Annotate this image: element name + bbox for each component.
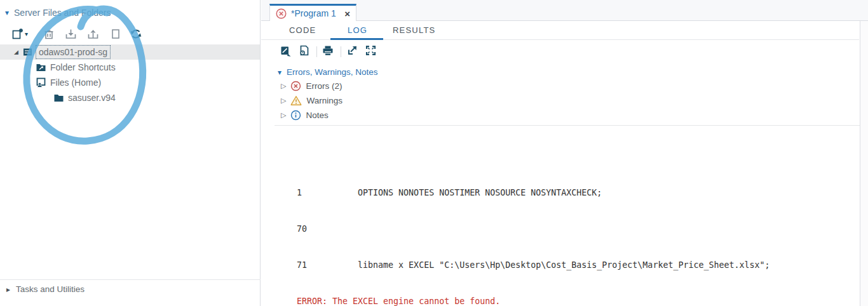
warning-icon [290, 95, 302, 106]
expand-caret-icon[interactable]: ▸ [6, 286, 10, 293]
collapse-caret-icon[interactable]: ▾ [5, 9, 9, 17]
download-button[interactable] [65, 28, 77, 40]
log-divider [275, 125, 860, 126]
folder-icon [53, 93, 64, 103]
warnings-group[interactable]: ▷ Warnings [261, 93, 868, 108]
save-log-button[interactable] [280, 44, 292, 60]
tab-results[interactable]: RESULTS [393, 21, 435, 40]
sas-studio-window: ▾ Server Files and Folders ▾ [0, 0, 868, 306]
tree-label-sasuser[interactable]: sasuser.v94 [68, 93, 116, 103]
files-home-icon [36, 77, 46, 88]
folder-shortcut-button[interactable] [111, 28, 121, 40]
download-icon[interactable] [65, 28, 77, 40]
upload-icon[interactable] [87, 28, 99, 40]
print-icon[interactable] [322, 44, 334, 57]
tab-log[interactable]: LOG [348, 21, 367, 40]
delete-button[interactable] [43, 28, 55, 40]
tab-error-status-icon [276, 8, 287, 19]
tab-program-1[interactable]: *Program 1 × [269, 4, 356, 21]
collapse-caret-icon[interactable]: ▾ [278, 69, 281, 76]
toolbar-separator [341, 46, 341, 57]
open-new-window-icon[interactable] [346, 44, 358, 57]
tree-label-server[interactable]: odaws01-prod-sg [36, 45, 111, 59]
warnings-label: Warnings [306, 96, 342, 105]
notes-group[interactable]: ▷ Notes [261, 108, 868, 123]
tab-title[interactable]: *Program 1 [291, 8, 336, 18]
document-icon[interactable] [111, 28, 121, 40]
section-server-files-header[interactable]: ▾ Server Files and Folders [5, 8, 111, 18]
error-icon [290, 81, 301, 91]
tab-code[interactable]: CODE [289, 21, 316, 40]
maximize-view-button[interactable] [365, 44, 377, 59]
toolbar-separator [316, 46, 317, 57]
tree-expanded-icon[interactable]: ◢ [14, 50, 18, 55]
ewn-header[interactable]: ▾ Errors, Warnings, Notes [261, 65, 868, 79]
tree-label-files-home[interactable]: Files (Home) [50, 77, 101, 88]
log-history-button[interactable] [299, 44, 310, 60]
section-tasks-utilities[interactable]: ▸ Tasks and Utilities [6, 284, 85, 294]
maximize-icon[interactable] [365, 44, 377, 57]
open-new-window-button[interactable] [346, 44, 358, 59]
expand-caret-icon[interactable]: ▷ [281, 112, 286, 119]
errors-label: Errors (2) [306, 81, 342, 91]
save-log-icon[interactable] [280, 44, 292, 57]
files-toolbar: ▾ [11, 27, 142, 41]
new-button[interactable]: ▾ [11, 28, 28, 40]
log-line: 70 [297, 223, 855, 235]
view-tab-strip: CODE LOG RESULTS [261, 21, 859, 40]
log-line: 71 libname x EXCEL "C:\Users\Hp\Desktop\… [297, 259, 855, 271]
errors-group[interactable]: ▷ Errors (2) [261, 79, 868, 93]
log-line: 1 OPTIONS NONOTES NOSTIMER NOSOURCE NOSY… [297, 187, 855, 199]
refresh-icon[interactable] [130, 28, 142, 40]
log-output: 1 OPTIONS NONOTES NOSTIMER NOSOURCE NOSY… [297, 163, 855, 306]
ewn-header-label: Errors, Warnings, Notes [287, 67, 378, 77]
upload-button[interactable] [87, 28, 99, 40]
log-line-error: ERROR: The EXCEL engine cannot be found. [297, 295, 855, 306]
active-tab-underline [330, 38, 383, 40]
section-title: Server Files and Folders [14, 8, 111, 18]
expand-caret-icon[interactable]: ▷ [281, 83, 286, 90]
folder-shortcut-icon [36, 62, 46, 72]
tree-row-files-home[interactable]: Files (Home) [0, 75, 260, 90]
work-area: *Program 1 × CODE LOG RESULTS [261, 0, 868, 306]
document-tab-bar: *Program 1 × [261, 0, 868, 21]
tree-row-server[interactable]: ◢ odaws01-prod-sg [0, 44, 260, 60]
section-title-tasks: Tasks and Utilities [16, 284, 85, 294]
tree-row-folder-shortcuts[interactable]: Folder Shortcuts [0, 60, 260, 75]
vertical-scrollbar[interactable] [860, 21, 868, 306]
print-log-button[interactable] [322, 44, 334, 60]
new-file-icon[interactable] [11, 28, 24, 40]
refresh-button[interactable] [130, 28, 142, 40]
info-icon [290, 110, 301, 121]
panel-divider [0, 279, 261, 280]
tab-close-icon[interactable]: × [344, 9, 350, 18]
log-history-icon[interactable] [299, 44, 310, 57]
errors-warnings-notes: ▾ Errors, Warnings, Notes ▷ Errors (2) ▷ [261, 65, 868, 123]
expand-caret-icon[interactable]: ▷ [281, 97, 286, 104]
trash-icon[interactable] [43, 28, 55, 40]
new-dropdown-caret-icon[interactable]: ▾ [25, 30, 28, 37]
navigation-pane: ▾ Server Files and Folders ▾ [0, 0, 261, 306]
notes-label: Notes [306, 110, 328, 120]
tree-row-sasuser[interactable]: sasuser.v94 [0, 90, 260, 105]
server-icon [22, 47, 33, 57]
server-files-tree: ◢ odaws01-prod-sg Folder Shortcuts [0, 44, 260, 105]
tree-label-folder-shortcuts[interactable]: Folder Shortcuts [50, 62, 116, 72]
